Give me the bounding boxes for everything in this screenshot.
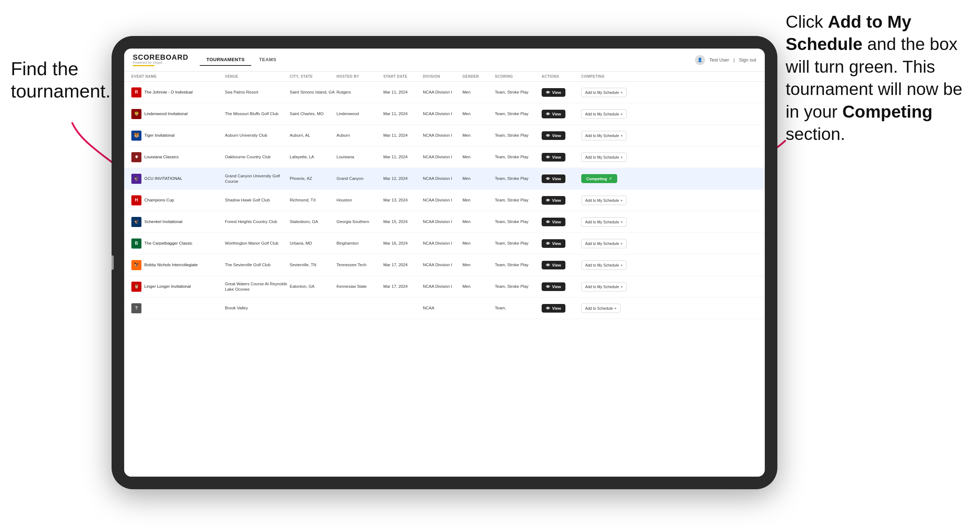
- view-button[interactable]: 👁 View: [542, 131, 565, 140]
- event-name: Schenkel Invitational: [144, 219, 182, 224]
- venue-cell: Shadow Hawk Golf Club: [225, 197, 290, 203]
- competing-cell: Add to My Schedule +: [581, 88, 646, 97]
- add-schedule-button[interactable]: Add to My Schedule +: [581, 88, 627, 97]
- logo-bar: [133, 65, 154, 66]
- gender-cell: Men: [463, 241, 495, 246]
- team-logo: 🦅: [131, 174, 142, 184]
- date-cell: Mar 11, 2024: [383, 154, 423, 160]
- view-button[interactable]: 👁 View: [542, 153, 565, 162]
- competing-button[interactable]: Competing ✓: [581, 174, 617, 183]
- table-row: 🦉 Linger Longer Invitational Great Water…: [124, 276, 765, 297]
- view-button[interactable]: 👁 View: [542, 304, 565, 313]
- hosted-cell: Houston: [337, 197, 383, 203]
- tab-tournaments[interactable]: TOURNAMENTS: [200, 54, 251, 66]
- table-row: R The Johnnie - O Individual Sea Palms R…: [124, 82, 765, 103]
- col-city: CITY, STATE: [290, 75, 337, 78]
- action-cell: 👁 View: [542, 261, 581, 270]
- city-cell: Lafayette, LA: [290, 154, 337, 160]
- action-cell: 👁 View: [542, 110, 581, 118]
- division-cell: NCAA Division I: [423, 219, 463, 224]
- add-schedule-button[interactable]: Add to My Schedule +: [581, 152, 627, 162]
- gender-cell: Men: [463, 90, 495, 95]
- action-cell: 👁 View: [542, 239, 581, 248]
- hosted-cell: Grand Canyon: [337, 176, 383, 181]
- event-name: Lindenwood Invitational: [144, 111, 188, 117]
- add-schedule-button[interactable]: Add to Schedule +: [581, 303, 620, 313]
- team-logo: ?: [131, 303, 142, 313]
- add-schedule-button[interactable]: Add to My Schedule +: [581, 239, 627, 248]
- event-name: Louisiana Classics: [144, 154, 178, 160]
- view-button[interactable]: 👁 View: [542, 283, 565, 291]
- date-cell: Mar 11, 2024: [383, 133, 423, 138]
- tablet-frame: SCOREBOARD Powered by clippd TOURNAMENTS…: [111, 36, 777, 489]
- hosted-cell: Tennessee Tech: [337, 262, 383, 268]
- eye-icon: 👁: [546, 263, 550, 267]
- sign-out-link[interactable]: Sign out: [739, 57, 756, 63]
- view-button[interactable]: 👁 View: [542, 110, 565, 118]
- view-button[interactable]: 👁 View: [542, 239, 565, 248]
- col-event: EVENT NAME: [131, 75, 225, 78]
- check-icon: ✓: [609, 176, 612, 181]
- event-name: The Johnnie - O Individual: [144, 90, 192, 95]
- eye-icon: 👁: [546, 90, 550, 95]
- action-cell: 👁 View: [542, 153, 581, 162]
- col-scoring: SCORING: [495, 75, 542, 78]
- action-cell: 👁 View: [542, 304, 581, 313]
- tab-teams[interactable]: TEAMS: [253, 54, 283, 66]
- plus-icon: +: [620, 241, 623, 246]
- city-cell: Richmond, TX: [290, 197, 337, 203]
- gender-cell: Men: [463, 154, 495, 160]
- table-row: 🦅 Schenkel Invitational Forest Heights C…: [124, 211, 765, 233]
- team-logo: B: [131, 238, 142, 249]
- view-button[interactable]: 👁 View: [542, 261, 565, 270]
- logo-area: SCOREBOARD Powered by clippd: [133, 54, 188, 66]
- add-schedule-button[interactable]: Add to My Schedule +: [581, 217, 627, 227]
- gender-cell: Men: [463, 197, 495, 203]
- gender-cell: Men: [463, 133, 495, 138]
- plus-icon: +: [620, 220, 623, 224]
- team-logo: R: [131, 87, 142, 97]
- add-schedule-button[interactable]: Add to My Schedule +: [581, 282, 627, 291]
- competing-cell: Add to My Schedule +: [581, 260, 646, 270]
- venue-cell: Oakbourne Country Club: [225, 154, 290, 160]
- table-row: ⚜ Louisiana Classics Oakbourne Country C…: [124, 146, 765, 168]
- division-cell: NCAA Division I: [423, 176, 463, 181]
- venue-cell: Forest Heights Country Club: [225, 219, 290, 224]
- division-cell: NCAA Division I: [423, 262, 463, 268]
- scoring-cell: Team, Stroke Play: [495, 176, 542, 181]
- event-name-cell: R The Johnnie - O Individual: [131, 87, 225, 97]
- app-header: SCOREBOARD Powered by clippd TOURNAMENTS…: [124, 49, 765, 71]
- add-schedule-button[interactable]: Add to My Schedule +: [581, 131, 627, 140]
- scoring-cell: Team, Stroke Play: [495, 133, 542, 138]
- event-name-cell: 🦅 Bobby Nichols Intercollegiate: [131, 260, 225, 270]
- add-schedule-button[interactable]: Add to My Schedule +: [581, 196, 627, 205]
- logo-text: SCOREBOARD: [133, 54, 188, 61]
- view-button[interactable]: 👁 View: [542, 88, 565, 97]
- event-name: Linger Longer Invitational: [144, 284, 191, 289]
- view-button[interactable]: 👁 View: [542, 217, 565, 226]
- left-annotation: Find the tournament.: [11, 57, 111, 103]
- event-name-cell: H Champions Cup: [131, 195, 225, 205]
- col-actions: ACTIONS: [542, 75, 581, 78]
- date-cell: Mar 16, 2024: [383, 241, 423, 246]
- eye-icon: 👁: [546, 284, 550, 289]
- col-hosted: HOSTED BY: [337, 75, 383, 78]
- event-name-cell: 🐯 Tiger Invitational: [131, 130, 225, 141]
- add-schedule-button[interactable]: Add to My Schedule +: [581, 110, 627, 119]
- eye-icon: 👁: [546, 220, 550, 224]
- event-name-cell: 🦉 Linger Longer Invitational: [131, 282, 225, 292]
- nav-tabs: TOURNAMENTS TEAMS: [200, 54, 695, 66]
- action-cell: 👁 View: [542, 88, 581, 97]
- view-button[interactable]: 👁 View: [542, 196, 565, 205]
- gender-cell: Men: [463, 284, 495, 289]
- col-date: START DATE: [383, 75, 423, 78]
- eye-icon: 👁: [546, 306, 550, 310]
- action-cell: 👁 View: [542, 283, 581, 291]
- table-row: 🦁 Lindenwood Invitational The Missouri B…: [124, 103, 765, 125]
- hosted-cell: Louisiana: [337, 154, 383, 160]
- division-cell: NCAA Division I: [423, 111, 463, 117]
- scoring-cell: Team, Stroke Play: [495, 241, 542, 246]
- add-schedule-button[interactable]: Add to My Schedule +: [581, 260, 627, 270]
- table-body: R The Johnnie - O Individual Sea Palms R…: [124, 82, 765, 319]
- view-button[interactable]: 👁 View: [542, 175, 565, 183]
